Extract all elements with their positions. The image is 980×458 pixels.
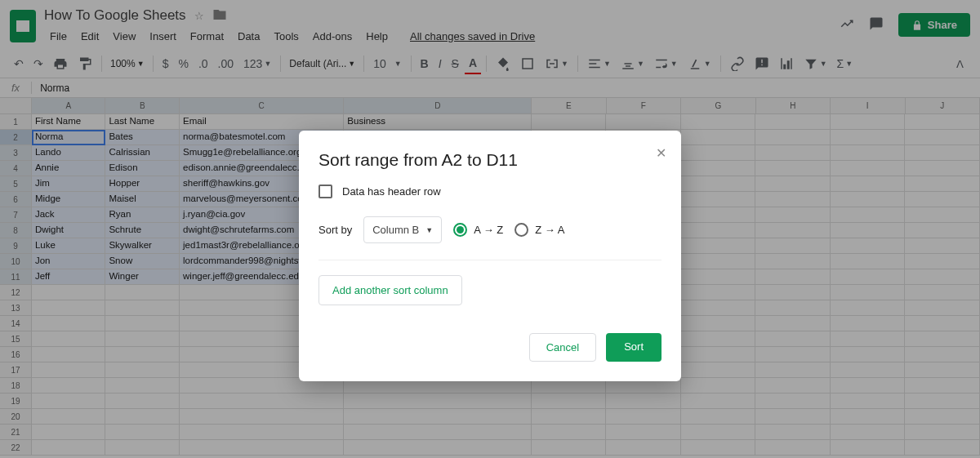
sort-button[interactable]: Sort xyxy=(606,333,662,362)
sort-column-select[interactable]: Column B▼ xyxy=(363,216,442,243)
sort-by-label: Sort by xyxy=(318,224,352,236)
cancel-button[interactable]: Cancel xyxy=(529,333,596,362)
header-row-label: Data has header row xyxy=(342,185,441,198)
dialog-title: Sort range from A2 to D11 xyxy=(318,150,662,170)
sort-za-radio[interactable]: Z → A xyxy=(514,223,564,237)
header-row-checkbox[interactable] xyxy=(318,185,332,198)
sort-dialog: ✕ Sort range from A2 to D11 Data has hea… xyxy=(299,131,681,381)
close-icon[interactable]: ✕ xyxy=(656,145,666,161)
modal-overlay: ✕ Sort range from A2 to D11 Data has hea… xyxy=(0,0,980,458)
add-sort-column-button[interactable]: Add another sort column xyxy=(318,275,462,305)
sort-az-radio[interactable]: A → Z xyxy=(453,223,503,237)
